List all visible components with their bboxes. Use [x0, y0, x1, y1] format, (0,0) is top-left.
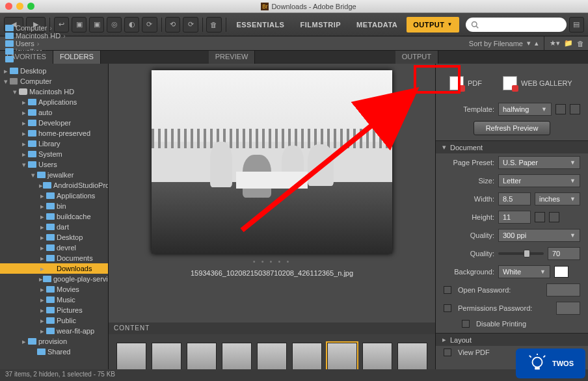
- thumbnail[interactable]: [187, 343, 217, 373]
- tree-node[interactable]: ▸Library: [0, 138, 108, 149]
- reveal-icon[interactable]: ▣: [72, 17, 87, 33]
- new-folder-icon[interactable]: 📁: [564, 39, 573, 47]
- tree-node[interactable]: ▸Downloads: [0, 263, 108, 274]
- status-bar: 37 items, 2 hidden, 1 selected - 75 KB: [0, 369, 588, 381]
- thumbnail[interactable]: [397, 343, 427, 373]
- tree-node[interactable]: ▸dart: [0, 222, 108, 232]
- tree-node[interactable]: ▸bin: [0, 201, 108, 211]
- tree-node[interactable]: ▸Public: [0, 315, 108, 326]
- toolbar-menu-icon[interactable]: ▤: [569, 17, 584, 33]
- tree-node[interactable]: ▸Applications: [0, 97, 108, 107]
- rotate-ccw-icon[interactable]: ⟲: [165, 17, 180, 33]
- tree-node[interactable]: ▸home-preserved: [0, 128, 108, 138]
- tree-node[interactable]: ▸buildcache: [0, 211, 108, 222]
- tree-node[interactable]: ▸System: [0, 149, 108, 159]
- width-units-select[interactable]: inches▼: [535, 192, 580, 205]
- output-web-gallery-button[interactable]: WEB GALLERY: [498, 73, 577, 94]
- permissions-password-field[interactable]: [556, 302, 580, 315]
- sort-dropdown-caret[interactable]: ▾: [527, 39, 531, 47]
- breadcrumb-segment[interactable]: Users ›: [4, 40, 68, 47]
- output-pdf-button[interactable]: PDF: [445, 73, 487, 94]
- sort-label[interactable]: Sort by Filename: [469, 40, 523, 47]
- workspace-metadata[interactable]: METADATA: [350, 17, 404, 33]
- tree-node[interactable]: ▸Desktop: [0, 232, 108, 243]
- thumbnail[interactable]: [362, 343, 392, 373]
- tree-node[interactable]: ▸auto: [0, 107, 108, 118]
- trash-icon[interactable]: 🗑: [206, 17, 221, 33]
- thumbnail[interactable]: [152, 343, 181, 373]
- tree-node[interactable]: ▸Desktop: [0, 66, 108, 76]
- workspace-filmstrip[interactable]: FILMSTRIP: [293, 17, 347, 33]
- window-titlebar: Br Downloads - Adobe Bridge: [0, 0, 588, 13]
- size-select[interactable]: Letter▼: [498, 174, 580, 187]
- height-field[interactable]: [498, 211, 531, 224]
- delete-template-icon[interactable]: [570, 104, 580, 114]
- thumbnail[interactable]: [257, 343, 287, 373]
- save-template-icon[interactable]: [555, 104, 566, 114]
- layout-section-header[interactable]: ▸Layout: [436, 334, 588, 346]
- page-preset-select[interactable]: U.S. Paper▼: [498, 156, 580, 169]
- tree-node[interactable]: ▸Pictures: [0, 305, 108, 315]
- tree-node[interactable]: ▸Documents: [0, 253, 108, 263]
- tree-node[interactable]: ▾Computer: [0, 76, 108, 86]
- workspace-output[interactable]: OUTPUT▼: [407, 17, 459, 33]
- close-window-button[interactable]: [5, 3, 12, 10]
- sort-direction-icon[interactable]: ▴: [535, 39, 539, 47]
- tree-node[interactable]: ▸Movies: [0, 284, 108, 295]
- tree-node[interactable]: Shared: [0, 347, 108, 357]
- tree-node[interactable]: ▸Applications: [0, 190, 108, 201]
- preview-image[interactable]: [152, 70, 392, 254]
- template-select[interactable]: halfwing▼: [498, 103, 552, 116]
- open-password-field[interactable]: [546, 283, 580, 296]
- workspace-essentials[interactable]: ESSENTIALS: [230, 17, 291, 33]
- quality-value-field[interactable]: [548, 247, 580, 260]
- orientation-portrait-icon[interactable]: [535, 212, 545, 222]
- tree-node[interactable]: ▸google-play-services_lib: [0, 274, 108, 284]
- view-pdf-checkbox[interactable]: [444, 348, 451, 356]
- tab-folders[interactable]: FOLDERS: [53, 51, 101, 64]
- refine-icon[interactable]: ◎: [107, 17, 122, 33]
- breadcrumb-segment[interactable]: Macintosh HD ›: [4, 32, 68, 40]
- preview-panel-header: PREVIEW: [209, 51, 256, 64]
- svg-text:Br: Br: [263, 4, 269, 10]
- tree-node[interactable]: ▸provision: [0, 336, 108, 347]
- minimize-window-button[interactable]: [16, 3, 23, 10]
- rotate-cw-icon[interactable]: ⟳: [183, 17, 198, 33]
- orientation-landscape-icon[interactable]: [549, 212, 559, 222]
- width-field[interactable]: [498, 192, 531, 205]
- tree-node[interactable]: ▸Music: [0, 295, 108, 305]
- filter-star-icon[interactable]: ★▾: [550, 39, 560, 47]
- document-section-header[interactable]: ▾Document: [436, 141, 588, 153]
- search-input[interactable]: [466, 18, 567, 32]
- folders-panel: ▸Desktop▾Computer▾Macintosh HD▸Applicati…: [0, 64, 109, 381]
- tree-node[interactable]: ▸devrel: [0, 243, 108, 253]
- tree-node[interactable]: ▸AndroidStudioProjects: [0, 180, 108, 190]
- thumbnail[interactable]: [222, 343, 252, 373]
- disable-printing-checkbox[interactable]: [462, 320, 470, 328]
- background-swatch[interactable]: [554, 266, 568, 278]
- open-password-checkbox[interactable]: [444, 286, 451, 294]
- thumbnail[interactable]: [116, 343, 146, 373]
- zoom-window-button[interactable]: [27, 3, 34, 10]
- folder-tree[interactable]: ▸Desktop▾Computer▾Macintosh HD▸Applicati…: [0, 64, 108, 359]
- camera-download-icon[interactable]: ▣: [89, 17, 104, 33]
- tree-node[interactable]: ▸wear-fit-app: [0, 326, 108, 336]
- tree-node[interactable]: ▾jewalker: [0, 170, 108, 180]
- background-select[interactable]: White▼: [498, 265, 550, 278]
- page-preset-label: Page Preset:: [444, 159, 494, 166]
- trash-icon[interactable]: 🗑: [577, 40, 584, 47]
- quality-preset-select[interactable]: 300 ppi▼: [498, 229, 580, 242]
- tree-node[interactable]: ▸Developer: [0, 118, 108, 128]
- tree-node[interactable]: ▾Users: [0, 159, 108, 170]
- permissions-password-checkbox[interactable]: [444, 304, 451, 312]
- quality-slider[interactable]: [498, 252, 544, 255]
- thumbnail[interactable]: [327, 343, 357, 373]
- breadcrumb-segment[interactable]: Computer ›: [4, 24, 68, 32]
- thumbnail[interactable]: [292, 343, 322, 373]
- tree-node[interactable]: ▾Macintosh HD: [0, 86, 108, 97]
- refresh-preview-button[interactable]: Refresh Preview: [474, 121, 551, 135]
- template-label: Template:: [444, 105, 494, 113]
- batch-rename-icon[interactable]: ⟳: [142, 17, 157, 33]
- search-field[interactable]: [481, 21, 561, 29]
- open-camera-raw-icon[interactable]: ◐: [124, 17, 139, 33]
